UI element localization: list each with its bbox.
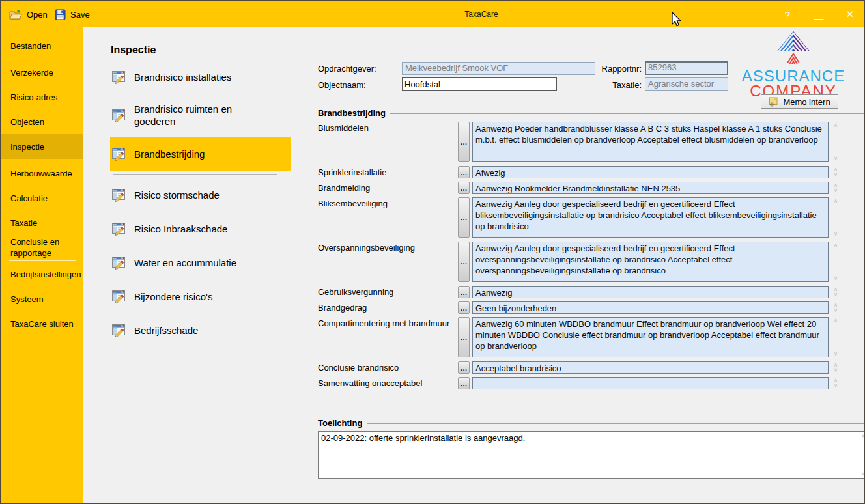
- scroll-down-icon[interactable]: ∨: [834, 292, 838, 297]
- nav-item-label: Risico stormschade: [134, 189, 220, 201]
- field-label: Sprinklerinstallatie: [318, 166, 458, 178]
- field-scroll-arrows[interactable]: ∧∨: [831, 122, 840, 162]
- field-value-bliksembeveiliging[interactable]: Aanwezig Aanleg door gespecialiseerd bed…: [472, 197, 829, 238]
- field-value-overspanningsbeveiliging[interactable]: Aanwezig Aanleg door gespecialiseerd bed…: [472, 242, 829, 282]
- sidebar-item-bedrijfsinstellingen[interactable]: Bedrijfsinstellingen: [1, 262, 83, 287]
- ellipsis-button-blusmiddelen[interactable]: …: [458, 122, 470, 162]
- field-value-brandgedrag[interactable]: Geen bijzonderheden: [472, 301, 829, 314]
- sidebar-item-taxacare-sluiten[interactable]: TaxaCare sluiten: [1, 311, 83, 336]
- opdrachtgever-field[interactable]: Melkveebedrijf Smook VOF: [402, 62, 595, 75]
- field-value-gebruiksvergunning[interactable]: Aanwezig: [472, 286, 829, 298]
- brandbestrijding-rows: Blusmiddelen…Aanwezig Poeder handbrandbl…: [318, 122, 865, 389]
- field-scroll-arrows[interactable]: ∧∨: [831, 197, 840, 238]
- sidebar-item-inspectie[interactable]: Inspectie: [1, 134, 83, 159]
- nav-item-brandrisico-installaties[interactable]: Brandrisico installaties: [110, 60, 291, 94]
- field-value-sprinklerinstallatie[interactable]: Afwezig: [472, 166, 829, 178]
- field-scroll-arrows[interactable]: ∧∨: [831, 317, 840, 357]
- scroll-down-icon[interactable]: ∨: [834, 156, 838, 161]
- objectnaam-input[interactable]: [402, 77, 557, 91]
- toelichting-textarea[interactable]: 02-09-2022: offerte sprinklerinstallatie…: [318, 431, 865, 479]
- help-button[interactable]: ?: [782, 9, 793, 20]
- field-value-conclusie-brandrisico[interactable]: Acceptabel brandrisico: [472, 361, 829, 374]
- brandbestrijding-title: Brandbestrijding: [318, 108, 386, 118]
- brandbestrijding-section: Brandbestrijding Blusmiddelen…Aanwezig P…: [318, 108, 865, 393]
- scroll-up-icon[interactable]: ∧: [861, 433, 865, 440]
- field-scroll-arrows[interactable]: ∧∨: [831, 377, 840, 389]
- scroll-down-icon[interactable]: ∨: [834, 384, 838, 388]
- nav-item-label: Bijzondere risico's: [134, 290, 212, 303]
- sidebar-item-risico-adres[interactable]: Risico-adres: [1, 85, 83, 109]
- field-scroll-arrows[interactable]: ∧∨: [831, 166, 840, 178]
- scroll-down-icon[interactable]: ∨: [834, 232, 838, 236]
- scroll-up-icon[interactable]: ∧: [834, 199, 838, 203]
- ellipsis-button-bliksembeveiliging[interactable]: …: [458, 197, 470, 238]
- sidebar-item-objecten[interactable]: Objecten: [1, 109, 83, 134]
- sidebar-item-taxatie[interactable]: Taxatie: [1, 210, 83, 235]
- scroll-up-icon[interactable]: ∧: [834, 123, 838, 128]
- field-label: Conclusie brandrisico: [318, 361, 458, 374]
- scroll-up-icon[interactable]: ∧: [834, 243, 838, 247]
- scroll-down-icon[interactable]: ∨: [834, 352, 838, 356]
- sidebar-item-herbouwwaarde[interactable]: Herbouwwaarde: [1, 161, 83, 186]
- scroll-down-icon[interactable]: ∨: [834, 276, 838, 281]
- toelichting-header: Toelichting: [318, 418, 865, 428]
- sidebar-item-bestanden[interactable]: Bestanden: [1, 33, 83, 58]
- sidebar-item-calculatie[interactable]: Calculatie: [1, 186, 83, 210]
- nav-item-water-en-accummulatie[interactable]: Water en accummulatie: [110, 245, 291, 279]
- field-scroll-arrows[interactable]: ∧∨: [831, 242, 840, 282]
- sidebar-item-systeem[interactable]: Systeem: [1, 287, 83, 311]
- ellipsis-button-gebruiksvergunning[interactable]: …: [458, 286, 470, 298]
- field-scroll-arrows[interactable]: ∧∨: [831, 361, 840, 374]
- nav-item-bijzondere-risico-s[interactable]: Bijzondere risico's: [110, 279, 291, 313]
- field-value-compartimentering-met-brandmuur[interactable]: Aanwezig 60 minuten WBDBO brandmuur Effe…: [472, 317, 829, 357]
- memo-intern-label: Memo intern: [783, 97, 830, 107]
- scroll-down-icon[interactable]: ∨: [861, 470, 865, 477]
- field-value-brandmelding[interactable]: Aanwezig Rookmelder Brandmeldinstallatie…: [472, 182, 829, 194]
- nav-item-brandbestrijding[interactable]: Brandbestrijding: [110, 137, 291, 171]
- form-edit-icon: [111, 322, 127, 338]
- minimize-button[interactable]: —: [813, 9, 825, 20]
- field-scroll-arrows[interactable]: ∧∨: [831, 301, 840, 314]
- memo-note-icon: [769, 97, 778, 107]
- form-edit-icon: [111, 146, 127, 161]
- scroll-down-icon[interactable]: ∨: [834, 173, 838, 177]
- ellipsis-button-sprinklerinstallatie[interactable]: …: [458, 166, 470, 178]
- nav-item-risico-stormschade[interactable]: Risico stormschade: [110, 178, 291, 212]
- close-button[interactable]: ✕: [844, 8, 856, 20]
- nav-item-label: Brandbestrijding: [134, 148, 205, 160]
- scroll-down-icon[interactable]: ∨: [834, 188, 838, 193]
- save-button[interactable]: Save: [55, 1, 90, 27]
- sidebar-item-conclusie-en-rapportage[interactable]: Conclusie en rapportage: [1, 235, 83, 260]
- field-value-blusmiddelen[interactable]: Aanwezig Poeder handbrandblusser klasse …: [472, 122, 829, 162]
- ellipsis-button-brandgedrag[interactable]: …: [458, 301, 470, 314]
- field-row-compartimentering-met-brandmuur: Compartimentering met brandmuur…Aanwezig…: [318, 317, 865, 357]
- nav-item-brandrisico-ruimten-en-goederen[interactable]: Brandrisico ruimten en goederen: [110, 94, 291, 137]
- field-scroll-arrows[interactable]: ∧∨: [831, 286, 840, 298]
- memo-intern-button[interactable]: Memo intern: [761, 94, 838, 109]
- ellipsis-button-overspanningsbeveiliging[interactable]: …: [458, 242, 470, 282]
- ellipsis-button-brandmelding[interactable]: …: [458, 182, 470, 194]
- rapportnr-field[interactable]: 852963: [645, 61, 728, 75]
- sidebar-item-verzekerde[interactable]: Verzekerde: [1, 60, 83, 85]
- ellipsis-button-conclusie-brandrisico[interactable]: …: [458, 361, 470, 374]
- ellipsis-button-samenvatting-onacceptabel[interactable]: …: [458, 377, 470, 389]
- scroll-up-icon[interactable]: ∧: [834, 318, 838, 323]
- window-title: TaxaCare: [464, 1, 498, 27]
- scroll-down-icon[interactable]: ∨: [834, 308, 838, 313]
- toelichting-scroll-arrows[interactable]: ∧ ∨: [859, 433, 865, 477]
- nav-item-bedrijfsschade[interactable]: Bedrijfsschade: [110, 313, 291, 347]
- open-button[interactable]: Open: [9, 1, 48, 27]
- field-scroll-arrows[interactable]: ∧∨: [831, 182, 840, 194]
- taxacare-window: Open Save TaxaCare ? — ✕ BestandenVerzek…: [0, 0, 865, 504]
- objectnaam-label: Objectnaam:: [318, 80, 366, 90]
- rapportnr-label: Rapportnr:: [588, 64, 642, 74]
- save-floppy-icon: [55, 9, 66, 20]
- inspection-panel: Inspectie Brandrisico installaties: [83, 27, 291, 503]
- ellipsis-button-compartimentering-met-brandmuur[interactable]: …: [458, 317, 470, 357]
- opdrachtgever-label: Opdrachtgever:: [318, 64, 376, 74]
- scroll-down-icon[interactable]: ∨: [834, 368, 838, 372]
- taxatie-field[interactable]: Agrarische sector: [645, 77, 728, 91]
- nav-item-risico-inbraakschade[interactable]: Risico Inbraakschade: [110, 212, 291, 245]
- field-value-samenvatting-onacceptabel[interactable]: [472, 377, 829, 389]
- content-panel: Opdrachtgever: Melkveebedrijf Smook VOF …: [292, 27, 864, 503]
